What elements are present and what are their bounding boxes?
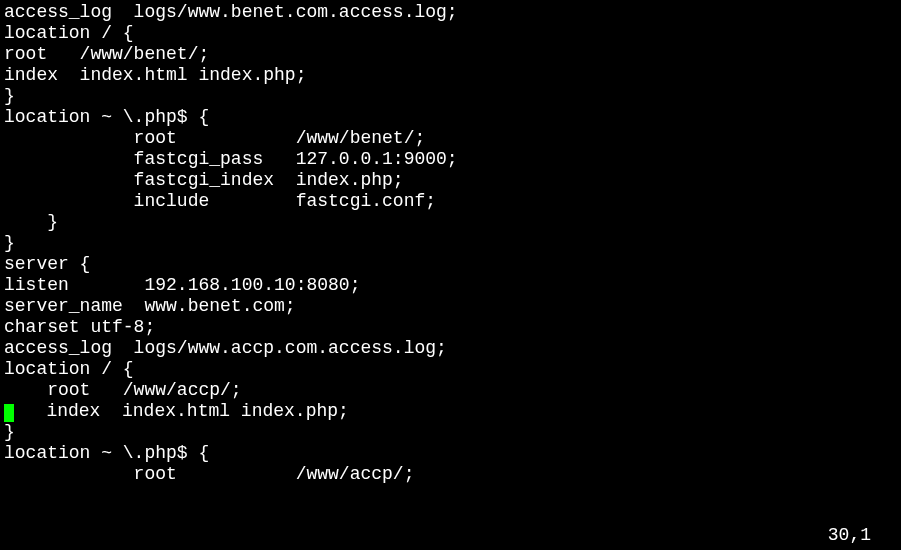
code-line: index index.html index.php; — [4, 65, 897, 86]
code-line: } — [4, 233, 897, 254]
code-line: location ~ \.php$ { — [4, 443, 897, 464]
code-line: include fastcgi.conf; — [4, 191, 897, 212]
code-line: access_log logs/www.accp.com.access.log; — [4, 338, 897, 359]
code-line: listen 192.168.100.10:8080; — [4, 275, 897, 296]
cursor — [4, 404, 14, 422]
code-line: root /www/accp/; — [4, 464, 897, 485]
code-line: fastcgi_pass 127.0.0.1:9000; — [4, 149, 897, 170]
code-line: } — [4, 422, 897, 443]
file-content: access_log logs/www.benet.com.access.log… — [4, 2, 897, 485]
cursor-position-indicator: 30,1 — [828, 525, 871, 546]
code-line: } — [4, 212, 897, 233]
code-line: root /www/benet/; — [4, 44, 897, 65]
code-line: location ~ \.php$ { — [4, 107, 897, 128]
code-line: } — [4, 86, 897, 107]
code-line: location / { — [4, 23, 897, 44]
code-line: location / { — [4, 359, 897, 380]
code-line: root /www/benet/; — [4, 128, 897, 149]
code-line: fastcgi_index index.php; — [4, 170, 897, 191]
code-line: root /www/accp/; — [4, 380, 897, 401]
code-line: access_log logs/www.benet.com.access.log… — [4, 2, 897, 23]
code-line: server { — [4, 254, 897, 275]
terminal-viewport[interactable]: access_log logs/www.benet.com.access.log… — [0, 0, 901, 550]
code-line: index index.html index.php; — [4, 401, 897, 422]
code-line: server_name www.benet.com; — [4, 296, 897, 317]
code-line: charset utf-8; — [4, 317, 897, 338]
